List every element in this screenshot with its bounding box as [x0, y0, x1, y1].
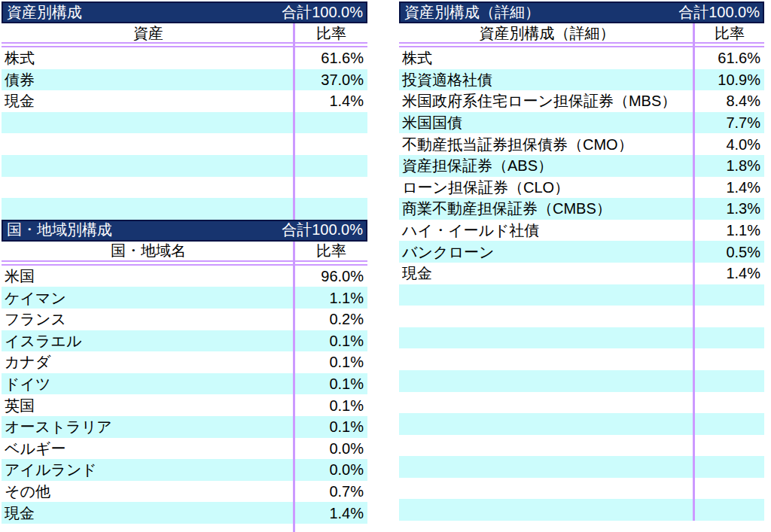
asset-table-title: 資産別構成 — [7, 3, 82, 22]
row-label-cell: 米国 — [2, 269, 295, 284]
row-value-cell: 1.1% — [295, 290, 367, 306]
asset-table-rows: 株式61.6%債券37.0%現金1.4% — [2, 47, 367, 220]
row-label-cell: 英国 — [2, 398, 295, 413]
table-row-partial — [2, 524, 367, 532]
table-row: その他0.7% — [2, 481, 367, 503]
row-value-cell: 4.0% — [695, 137, 764, 152]
table-row: 現金1.4% — [399, 263, 764, 284]
row-value-cell: 61.6% — [295, 50, 367, 65]
row-label-cell: アイルランド — [2, 462, 295, 477]
fund-allocation-report: 資産別構成 合計100.0% 資産 比率 株式61.6%債券37.0%現金1.4… — [0, 0, 771, 532]
row-label-cell: バンクローン — [399, 245, 695, 260]
row-label-cell: 現金 — [2, 93, 295, 108]
row-label-cell: その他 — [2, 484, 295, 499]
table-row: 株式61.6% — [399, 47, 764, 69]
row-value-cell: 1.8% — [695, 158, 764, 173]
table-row-empty — [2, 155, 367, 177]
row-label-cell: ケイマン — [2, 290, 295, 306]
row-label-cell: 米国政府系住宅ローン担保証券（MBS） — [399, 93, 695, 108]
row-value-cell: 1.4% — [695, 266, 764, 281]
row-value-cell: 61.6% — [695, 50, 764, 65]
asset-table-column-header: 資産 比率 — [2, 23, 367, 42]
table-row-empty — [399, 327, 764, 349]
table-row: 不動産抵当証券担保債券（CMO）4.0% — [399, 133, 764, 155]
column-divider-line — [293, 23, 295, 220]
table-row-empty — [399, 435, 764, 457]
table-row: アイルランド0.0% — [2, 459, 367, 481]
asset-detail-table-title: 資産別構成（詳細） — [404, 3, 540, 22]
row-label-cell: 債券 — [2, 72, 295, 87]
name-column-header: 資産別構成（詳細） — [399, 26, 695, 41]
country-table-body: 国・地域名 比率 米国96.0%ケイマン1.1%フランス0.2%イスラエル0.1… — [2, 242, 367, 532]
table-row: バンクローン0.5% — [399, 241, 764, 263]
country-table-header-bar: 国・地域別構成 合計100.0% — [2, 220, 367, 242]
row-label-cell: フランス — [2, 312, 295, 327]
table-row: 投資適格社債10.9% — [399, 69, 764, 91]
table-row-empty — [2, 177, 367, 199]
table-row: 株式61.6% — [2, 47, 367, 69]
table-row: フランス0.2% — [2, 309, 367, 330]
row-label-cell: 投資適格社債 — [399, 72, 695, 87]
row-value-cell: 0.2% — [295, 312, 367, 327]
row-label-cell: 資産担保証券（ABS） — [399, 158, 695, 173]
row-value-cell: 96.0% — [295, 269, 367, 284]
row-label-cell: 株式 — [399, 50, 695, 65]
name-column-header: 資産 — [2, 26, 295, 41]
table-row: ローン担保証券（CLO）1.4% — [399, 177, 764, 199]
row-value-cell: 8.4% — [695, 93, 764, 108]
row-value-cell: 1.3% — [695, 201, 764, 216]
table-row: 資産担保証券（ABS）1.8% — [399, 155, 764, 177]
country-table-total: 合計100.0% — [282, 220, 363, 239]
asset-table-total: 合計100.0% — [282, 3, 363, 22]
row-label-cell: 米国国債 — [399, 115, 695, 130]
row-value-cell: 0.1% — [295, 398, 367, 413]
table-row: カナダ0.1% — [2, 351, 367, 373]
row-label-cell: 現金 — [2, 506, 295, 521]
table-row: 商業不動産担保証券（CMBS）1.3% — [399, 198, 764, 220]
table-row: 米国政府系住宅ローン担保証券（MBS）8.4% — [399, 90, 764, 112]
country-table-column-header: 国・地域名 比率 — [2, 242, 367, 260]
row-label-cell: カナダ — [2, 354, 295, 369]
row-value-cell: 7.7% — [695, 115, 764, 130]
row-label-cell: 商業不動産担保証券（CMBS） — [399, 201, 695, 216]
row-value-cell: 0.1% — [295, 419, 367, 434]
table-row: イスラエル0.1% — [2, 330, 367, 352]
asset-detail-table-column-header: 資産別構成（詳細） 比率 — [399, 23, 764, 42]
row-value-cell: 0.1% — [295, 333, 367, 348]
left-column: 資産別構成 合計100.0% 資産 比率 株式61.6%債券37.0%現金1.4… — [2, 2, 367, 532]
table-row: 米国国債7.7% — [399, 112, 764, 134]
row-value-cell: 1.4% — [295, 506, 367, 521]
row-label-cell: オーストラリア — [2, 419, 295, 434]
asset-table-body: 資産 比率 株式61.6%債券37.0%現金1.4% — [2, 23, 367, 220]
table-row-empty — [2, 133, 367, 155]
asset-detail-table-body: 資産別構成（詳細） 比率 株式61.6%投資適格社債10.9%米国政府系住宅ロー… — [399, 23, 764, 521]
row-label-cell: 不動産抵当証券担保債券（CMO） — [399, 137, 695, 152]
name-column-header: 国・地域名 — [2, 243, 295, 258]
asset-composition-table: 資産別構成 合計100.0% 資産 比率 株式61.6%債券37.0%現金1.4… — [2, 2, 367, 220]
row-label-cell: ドイツ — [2, 376, 295, 391]
asset-detail-table-header-bar: 資産別構成（詳細） 合計100.0% — [399, 2, 764, 23]
column-divider-line — [293, 242, 295, 532]
ratio-column-header: 比率 — [295, 243, 367, 258]
table-row: 米国96.0% — [2, 266, 367, 287]
row-value-cell: 1.4% — [295, 93, 367, 108]
row-value-cell: 0.0% — [295, 462, 367, 477]
asset-detail-table-rows: 株式61.6%投資適格社債10.9%米国政府系住宅ローン担保証券（MBS）8.4… — [399, 47, 764, 521]
table-row: ベルギー0.0% — [2, 438, 367, 460]
table-row: 債券37.0% — [2, 69, 367, 91]
table-row-empty — [399, 478, 764, 500]
row-label-cell: 株式 — [2, 50, 295, 65]
table-row-empty — [2, 112, 367, 134]
table-row-empty — [399, 348, 764, 370]
row-label-cell: ローン担保証券（CLO） — [399, 180, 695, 195]
table-row-empty — [399, 413, 764, 435]
country-composition-table: 国・地域別構成 合計100.0% 国・地域名 比率 米国96.0%ケイマン1.1… — [2, 220, 367, 532]
country-table-title: 国・地域別構成 — [7, 220, 112, 239]
row-value-cell: 0.0% — [295, 441, 367, 456]
row-value-cell: 0.7% — [295, 484, 367, 499]
table-row: ケイマン1.1% — [2, 287, 367, 309]
double-divider-line — [399, 42, 764, 47]
table-row: ハイ・イールド社債1.1% — [399, 220, 764, 242]
row-label-cell: 現金 — [399, 266, 695, 281]
table-row: オーストラリア0.1% — [2, 416, 367, 438]
